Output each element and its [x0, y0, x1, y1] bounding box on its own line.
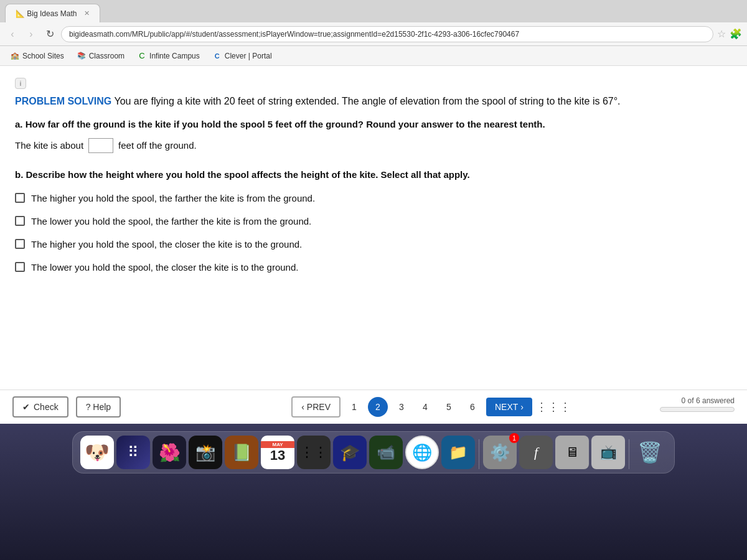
launchpad-icon: ⠿ [128, 444, 139, 461]
page-5[interactable]: 5 [439, 397, 459, 417]
dock-photos[interactable]: 🌺 [153, 436, 186, 469]
checkbox-2[interactable] [15, 216, 25, 226]
choice-item-4[interactable]: The lower you hold the spool, the closer… [15, 261, 732, 274]
browser-chrome: 📐 Big Ideas Math ✕ ‹ › ↻ ☆ 🧩 🏫 School Si… [0, 0, 747, 66]
prev-label: PREV [307, 402, 331, 412]
dock-chrome[interactable]: 🌐 [405, 436, 439, 469]
dock-book[interactable]: 📗 [225, 436, 258, 469]
choice-text-3: The higher you hold the spool, the close… [31, 238, 302, 251]
next-label: NEXT [495, 402, 518, 412]
part-a-question: a. How far off the ground is the kite if… [15, 118, 732, 132]
address-input[interactable] [61, 26, 713, 42]
calendar-day: 13 [270, 448, 285, 463]
tab-close-icon[interactable]: ✕ [84, 9, 90, 17]
page-2-label: 2 [375, 402, 380, 412]
more-questions-icon[interactable]: ⋮⋮⋮ [536, 400, 571, 414]
dock-screen2[interactable]: 📺 [591, 436, 625, 469]
answered-status: 0 of 6 answered [660, 396, 735, 412]
bookmark-school-sites[interactable]: 🏫 School Sites [5, 49, 69, 63]
dock-photos2[interactable]: 📸 [189, 436, 222, 469]
choice-item-2[interactable]: The lower you hold the spool, the farthe… [15, 215, 732, 228]
checkbox-3[interactable] [15, 239, 25, 249]
page-2[interactable]: 2 [368, 397, 388, 417]
clever-portal-icon: C [212, 51, 222, 61]
part-b-label: b. [15, 169, 23, 180]
page-6-label: 6 [470, 402, 475, 412]
answer-prefix: The kite is about [15, 140, 83, 151]
refresh-button[interactable]: ↻ [42, 27, 57, 42]
back-button[interactable]: ‹ [5, 27, 20, 42]
answer-input[interactable] [88, 138, 113, 153]
bookmarks-bar: 🏫 School Sites 📚 Classroom C Infinte Cam… [0, 46, 747, 66]
finder-icon: 🐶 [85, 441, 110, 464]
page-5-label: 5 [446, 402, 451, 412]
dock-fontbook[interactable]: f [519, 436, 553, 469]
prev-chevron-icon: ‹ [301, 402, 304, 412]
bookmark-infinite-campus-label: Infinte Campus [149, 52, 200, 60]
page-1[interactable]: 1 [344, 397, 364, 417]
next-button[interactable]: NEXT › [486, 398, 532, 416]
facetime-icon: 📹 [377, 444, 395, 461]
page-4-label: 4 [423, 402, 428, 412]
bookmark-infinite-campus[interactable]: C Infinte Campus [132, 49, 205, 63]
dock-notes[interactable]: ⋮⋮ [297, 436, 331, 469]
active-tab[interactable]: 📐 Big Ideas Math ✕ [5, 4, 100, 22]
dock-system-prefs[interactable]: ⚙️ 1 [483, 436, 517, 469]
student-icon: 🎓 [340, 443, 360, 462]
bookmark-classroom[interactable]: 📚 Classroom [72, 49, 129, 63]
address-bar-row: ‹ › ↻ ☆ 🧩 [0, 22, 747, 46]
page-4[interactable]: 4 [415, 397, 435, 417]
dock-calendar[interactable]: MAY 13 [261, 436, 294, 469]
dock-facetime[interactable]: 📹 [369, 436, 403, 469]
answered-label: 0 of 6 answered [682, 396, 735, 405]
part-a-text: How far off the ground is the kite if yo… [26, 119, 545, 129]
problem-statement: PROBLEM SOLVING You are flying a kite wi… [15, 94, 732, 109]
classroom-icon: 📚 [77, 51, 87, 61]
dock-launchpad[interactable]: ⠿ [116, 436, 150, 469]
choice-list: The higher you hold the spool, the farth… [15, 192, 732, 274]
dock-finder[interactable]: 🐶 [80, 436, 114, 469]
bookmark-clever-portal-label: Clever | Portal [225, 52, 272, 60]
dock-files[interactable]: 📁 [441, 436, 475, 469]
problem-text-content: You are flying a kite with 20 feet of st… [114, 96, 620, 106]
page-3[interactable]: 3 [392, 397, 411, 417]
page-3-label: 3 [399, 402, 404, 412]
checkbox-4[interactable] [15, 262, 25, 272]
choice-item-3[interactable]: The higher you hold the spool, the close… [15, 238, 732, 251]
dock-screen1[interactable]: 🖥 [555, 436, 589, 469]
tab-bar: 📐 Big Ideas Math ✕ [0, 0, 747, 22]
bookmark-star-icon[interactable]: ☆ [717, 28, 726, 40]
system-prefs-badge: 1 [509, 433, 519, 443]
forward-button[interactable]: › [24, 27, 39, 42]
next-chevron-icon: › [520, 402, 524, 412]
checkbox-1[interactable] [15, 193, 25, 203]
screen1-icon: 🖥 [565, 444, 579, 460]
extensions-icon[interactable]: 🧩 [730, 28, 742, 40]
choice-text-2: The lower you hold the spool, the farthe… [31, 215, 311, 228]
bottom-nav: ✔ Check ? Help ‹ PREV 1 2 3 4 5 6 NEXT › [0, 390, 747, 424]
page-6[interactable]: 6 [463, 397, 482, 417]
choice-text-1: The higher you hold the spool, the farth… [31, 192, 315, 205]
dock-trash[interactable]: 🗑️ [633, 436, 667, 469]
pagination-area: ‹ PREV 1 2 3 4 5 6 NEXT › ⋮⋮⋮ [291, 396, 571, 418]
photos-icon: 🌺 [159, 442, 181, 463]
screen2-icon: 📺 [600, 444, 617, 460]
answered-progress-bar [660, 407, 735, 412]
info-bar: i [15, 78, 26, 89]
chrome-icon: 🌐 [412, 443, 432, 462]
choice-item-1[interactable]: The higher you hold the spool, the farth… [15, 192, 732, 205]
part-a-label: a. [15, 119, 23, 129]
bookmark-clever-portal[interactable]: C Clever | Portal [207, 49, 277, 63]
photos2-icon: 📸 [195, 443, 215, 462]
dock-student-app[interactable]: 🎓 [333, 436, 367, 469]
check-button[interactable]: ✔ Check [12, 396, 68, 418]
part-b-text-content: Describe how the height where you hold t… [26, 169, 470, 180]
dock-divider-2 [629, 439, 629, 469]
prev-button[interactable]: ‹ PREV [291, 396, 341, 418]
book-icon: 📗 [232, 443, 251, 462]
tab-title: Big Ideas Math [27, 9, 77, 18]
problem-label: PROBLEM SOLVING [15, 96, 111, 106]
page-1-label: 1 [352, 402, 357, 412]
files-icon: 📁 [449, 444, 467, 461]
help-button[interactable]: ? Help [76, 396, 121, 418]
